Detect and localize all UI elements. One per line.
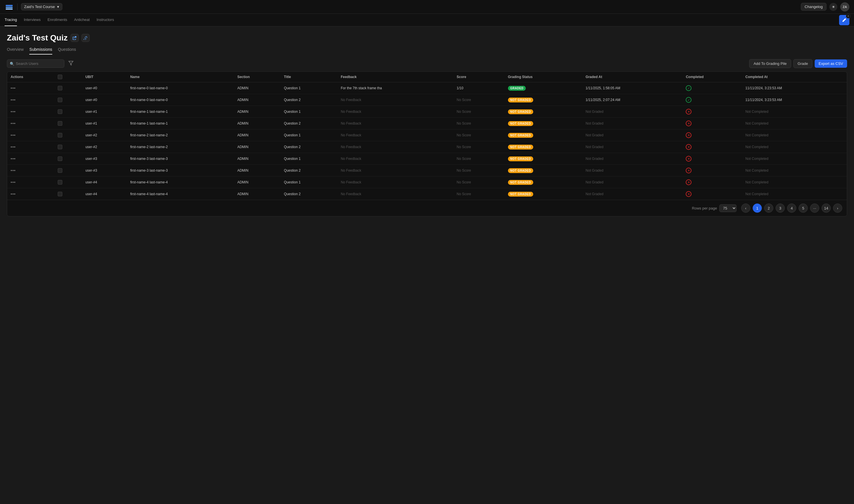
- row-actions-button[interactable]: •••: [11, 86, 16, 90]
- next-page-button[interactable]: ›: [833, 203, 842, 213]
- tab-questions[interactable]: Questions: [58, 47, 76, 55]
- page-last-button[interactable]: 14: [821, 203, 831, 213]
- col-section: Section: [234, 72, 280, 83]
- rows-per-page-select[interactable]: 75 25 50 100: [719, 204, 736, 212]
- grade-button[interactable]: Grade: [794, 59, 812, 68]
- rows-per-page: Rows per page 75 25 50 100: [692, 204, 736, 212]
- changelog-button[interactable]: Changelog: [801, 3, 826, 11]
- name-cell: first-name-3 last-name-3: [127, 153, 234, 165]
- row-checkbox[interactable]: [58, 168, 62, 173]
- svg-rect-1: [6, 6, 13, 8]
- ubit-cell: user-#3: [82, 153, 127, 165]
- toolbar: 🔍 Add To Grading Pile Grade Export as CS…: [7, 59, 847, 68]
- grading-status-cell: NOT GRADED: [504, 129, 582, 141]
- avatar-initials: ZA: [843, 5, 847, 8]
- section-cell: ADMIN: [234, 106, 280, 118]
- grading-status-cell: NOT GRADED: [504, 165, 582, 177]
- name-cell: first-name-0 last-name-0: [127, 83, 234, 94]
- checkbox-cell: [54, 83, 82, 94]
- subnav-item-instructors[interactable]: Instructors: [96, 14, 114, 26]
- feedback-cell: No Feedback: [337, 106, 453, 118]
- subnav-item-anticheat[interactable]: Anticheat: [74, 14, 90, 26]
- row-actions-button[interactable]: •••: [11, 121, 16, 126]
- row-actions-button[interactable]: •••: [11, 97, 16, 102]
- name-cell: first-name-4 last-name-4: [127, 177, 234, 188]
- row-checkbox[interactable]: [58, 86, 62, 90]
- prev-page-button[interactable]: ‹: [741, 203, 750, 213]
- page-4-button[interactable]: 4: [787, 203, 796, 213]
- col-feedback: Feedback: [337, 72, 453, 83]
- external-link-button[interactable]: [71, 34, 79, 42]
- row-actions-button[interactable]: •••: [11, 133, 16, 138]
- row-checkbox[interactable]: [58, 180, 62, 184]
- col-actions: Actions: [7, 72, 54, 83]
- add-to-grading-pile-button[interactable]: Add To Grading Pile: [749, 59, 791, 68]
- edit-button[interactable]: 0: [839, 15, 849, 25]
- subnav-item-tracing[interactable]: Tracing: [5, 14, 17, 26]
- row-actions-button[interactable]: •••: [11, 180, 16, 184]
- table-row: ••• user-#3 first-name-3 last-name-3 ADM…: [7, 165, 847, 177]
- search-icon: 🔍: [10, 61, 14, 66]
- not-completed-x-icon: ✕: [686, 132, 692, 138]
- score-cell: No Score: [453, 129, 504, 141]
- sub-nav-links: Tracing Interviews Enrollments Anticheat…: [5, 14, 114, 26]
- actions-cell: •••: [7, 165, 54, 177]
- page-5-button[interactable]: 5: [799, 203, 808, 213]
- row-checkbox[interactable]: [58, 109, 62, 114]
- title-cell: Question 1: [281, 83, 337, 94]
- row-checkbox[interactable]: [58, 192, 62, 196]
- subnav-item-enrollments[interactable]: Enrollments: [47, 14, 67, 26]
- feedback-cell: No Feedback: [337, 141, 453, 153]
- title-cell: Question 1: [281, 106, 337, 118]
- title-cell: Question 2: [281, 188, 337, 200]
- row-actions-button[interactable]: •••: [11, 157, 16, 161]
- subnav-item-interviews[interactable]: Interviews: [24, 14, 41, 26]
- table-row: ••• user-#3 first-name-3 last-name-3 ADM…: [7, 153, 847, 165]
- ubit-cell: user-#0: [82, 94, 127, 106]
- avatar[interactable]: ZA: [840, 2, 849, 12]
- filter-button[interactable]: [67, 59, 75, 68]
- grading-status-badge: NOT GRADED: [508, 97, 533, 103]
- row-actions-button[interactable]: •••: [11, 109, 16, 114]
- score-cell: No Score: [453, 153, 504, 165]
- search-input[interactable]: [7, 59, 64, 68]
- page-2-button[interactable]: 2: [764, 203, 773, 213]
- completed-at-cell: Not Completed: [742, 153, 847, 165]
- top-nav-right: Changelog ☀ ZA: [801, 2, 849, 12]
- score-cell: No Score: [453, 188, 504, 200]
- export-csv-button[interactable]: Export as CSV: [815, 59, 847, 68]
- theme-toggle[interactable]: ☀: [829, 3, 837, 11]
- tab-overview[interactable]: Overview: [7, 47, 23, 55]
- not-completed-x-icon: ✕: [686, 179, 692, 185]
- row-checkbox[interactable]: [58, 133, 62, 138]
- grading-status-badge: NOT GRADED: [508, 121, 533, 126]
- section-cell: ADMIN: [234, 177, 280, 188]
- graded-at-cell: Not Graded: [582, 118, 682, 129]
- submissions-table: Actions UBIT Name Section Title Feedback…: [7, 71, 847, 216]
- page-ellipsis-button[interactable]: ···: [810, 203, 819, 213]
- page-3-button[interactable]: 3: [776, 203, 785, 213]
- link-button[interactable]: [82, 34, 90, 42]
- course-selector[interactable]: Zaid's Test Course ▾: [21, 3, 62, 10]
- feedback-cell: No Feedback: [337, 153, 453, 165]
- page-1-button[interactable]: 1: [753, 203, 762, 213]
- row-checkbox[interactable]: [58, 97, 62, 102]
- tab-submissions[interactable]: Submissions: [29, 47, 52, 55]
- graded-at-cell: 1/11/2025, 1:58:05 AM: [582, 83, 682, 94]
- link-icon: [84, 36, 87, 40]
- grading-status-cell: NOT GRADED: [504, 118, 582, 129]
- ubit-cell: user-#1: [82, 118, 127, 129]
- completed-cell: ✕: [682, 153, 742, 165]
- app-logo[interactable]: [5, 2, 14, 12]
- feedback-cell: No Feedback: [337, 165, 453, 177]
- row-checkbox[interactable]: [58, 145, 62, 149]
- section-cell: ADMIN: [234, 141, 280, 153]
- row-actions-button[interactable]: •••: [11, 192, 16, 196]
- row-actions-button[interactable]: •••: [11, 145, 16, 149]
- sub-nav: Tracing Interviews Enrollments Anticheat…: [0, 14, 854, 26]
- section-cell: ADMIN: [234, 118, 280, 129]
- feedback-cell: No Feedback: [337, 177, 453, 188]
- row-checkbox[interactable]: [58, 121, 62, 126]
- row-actions-button[interactable]: •••: [11, 168, 16, 173]
- row-checkbox[interactable]: [58, 157, 62, 161]
